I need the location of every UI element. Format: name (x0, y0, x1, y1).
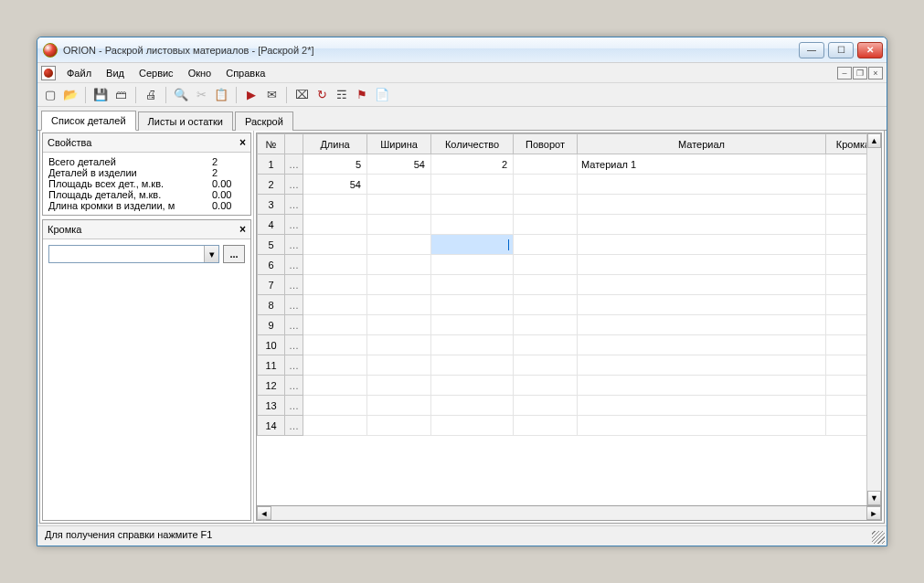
grid-cell[interactable] (514, 255, 578, 275)
grid-cell[interactable]: 5 (303, 154, 367, 175)
maximize-button[interactable]: ☐ (828, 42, 854, 58)
chevron-down-icon[interactable]: ▾ (204, 246, 218, 262)
grid-cell[interactable] (431, 275, 514, 295)
grid-cell[interactable] (367, 215, 431, 235)
grid-cell[interactable] (514, 295, 578, 315)
grid-cell[interactable] (367, 376, 431, 396)
grid-cell[interactable] (303, 396, 367, 416)
grid-cell[interactable] (578, 215, 826, 235)
grid-cell[interactable] (367, 275, 431, 295)
table-row[interactable]: 9… (258, 315, 881, 335)
grid-cell[interactable] (431, 195, 514, 215)
grid-cell[interactable]: 2 (431, 154, 514, 175)
grid-cell[interactable] (367, 335, 431, 355)
mdi-doc-icon[interactable] (41, 66, 56, 80)
edge-combo[interactable]: ▾ (48, 245, 219, 263)
flag-icon[interactable]: ⚑ (355, 88, 369, 102)
find-icon[interactable]: 🔍 (174, 88, 188, 102)
col-material[interactable]: Материал (578, 134, 826, 154)
grid-cell[interactable] (514, 235, 578, 255)
table-row[interactable]: 2…54 (258, 175, 881, 195)
row-header[interactable]: 7 (258, 275, 285, 295)
grid-cell[interactable] (514, 154, 578, 175)
row-header[interactable]: 12 (258, 376, 285, 396)
horizontal-scrollbar[interactable]: ◄ ► (256, 506, 882, 521)
grid-cell[interactable] (367, 195, 431, 215)
row-header[interactable]: 4 (258, 215, 285, 235)
row-header[interactable]: 8 (258, 295, 285, 315)
minimize-button[interactable]: — (799, 42, 824, 58)
save-icon[interactable]: 💾 (93, 88, 108, 102)
row-ellipsis-button[interactable]: … (285, 215, 303, 235)
grid-cell[interactable] (303, 275, 367, 295)
grid-cell[interactable] (431, 215, 514, 235)
grid-cell[interactable] (431, 235, 514, 255)
grid-cell[interactable] (578, 275, 826, 295)
vertical-scrollbar[interactable]: ▲ ▼ (866, 133, 881, 505)
row-ellipsis-button[interactable]: … (285, 295, 303, 315)
grid-cell[interactable] (578, 235, 826, 255)
properties-close-icon[interactable]: × (239, 136, 246, 149)
grid-cell[interactable] (303, 195, 367, 215)
grid-cell[interactable] (303, 376, 367, 396)
delete-icon[interactable]: ⌧ (294, 88, 309, 102)
mdi-close-button[interactable]: × (868, 67, 883, 80)
menu-service[interactable]: Сервис (132, 65, 181, 81)
mail-icon[interactable]: ✉ (264, 88, 279, 102)
table-row[interactable]: 1…5542Материал 1 (258, 154, 881, 175)
row-header[interactable]: 3 (258, 195, 285, 215)
col-length[interactable]: Длина (303, 134, 367, 154)
grid-cell[interactable] (578, 416, 826, 436)
row-header[interactable]: 6 (258, 255, 285, 275)
run-icon[interactable]: ▶ (244, 88, 259, 102)
grid-cell[interactable] (514, 275, 578, 295)
grid-cell[interactable] (514, 215, 578, 235)
grid-cell[interactable] (514, 376, 578, 396)
print-icon[interactable]: 🖨 (143, 88, 158, 102)
scroll-right-icon[interactable]: ► (866, 506, 881, 520)
grid-cell[interactable] (431, 335, 514, 355)
grid-cell[interactable] (431, 416, 514, 436)
table-row[interactable]: 10… (258, 335, 881, 355)
row-ellipsis-button[interactable]: … (285, 154, 303, 175)
col-rotation[interactable]: Поворот (514, 134, 578, 154)
table-row[interactable]: 8… (258, 295, 881, 315)
row-ellipsis-button[interactable]: … (285, 275, 303, 295)
row-header[interactable]: 5 (258, 235, 285, 255)
row-header[interactable]: 10 (258, 335, 285, 355)
grid-cell[interactable] (303, 255, 367, 275)
cut-icon[interactable]: ✂ (194, 88, 208, 102)
row-ellipsis-button[interactable]: … (285, 355, 303, 376)
col-qty[interactable]: Количество (431, 134, 514, 154)
grid-cell[interactable] (303, 335, 367, 355)
menu-view[interactable]: Вид (99, 65, 132, 81)
table-row[interactable]: 12… (258, 376, 881, 396)
grid-cell[interactable] (514, 335, 578, 355)
grid-cell[interactable] (578, 315, 826, 335)
edge-close-icon[interactable]: × (239, 223, 246, 236)
mdi-minimize-button[interactable]: – (837, 67, 852, 80)
resize-grip-icon[interactable] (872, 531, 885, 544)
close-button[interactable]: ✕ (857, 42, 883, 58)
row-ellipsis-button[interactable]: … (285, 255, 303, 275)
grid-cell[interactable] (431, 295, 514, 315)
grid-cell[interactable] (367, 355, 431, 376)
col-number[interactable]: № (258, 134, 285, 154)
row-header[interactable]: 9 (258, 315, 285, 335)
scroll-up-icon[interactable]: ▲ (867, 133, 881, 148)
grid-cell[interactable] (367, 235, 431, 255)
grid-cell[interactable] (367, 255, 431, 275)
grid-cell[interactable] (431, 396, 514, 416)
copy-icon[interactable]: 📋 (214, 88, 228, 102)
row-header[interactable]: 13 (258, 396, 285, 416)
table-row[interactable]: 3… (258, 195, 881, 215)
grid-cell[interactable] (514, 355, 578, 376)
grid-cell[interactable] (578, 355, 826, 376)
grid-cell[interactable] (514, 195, 578, 215)
scroll-left-icon[interactable]: ◄ (257, 506, 271, 520)
grid-cell[interactable] (367, 315, 431, 335)
new-icon[interactable]: ▢ (43, 88, 58, 102)
grid-cell[interactable] (578, 195, 826, 215)
titlebar[interactable]: ORION - Раскрой листовых материалов - [Р… (37, 37, 887, 63)
grid-cell[interactable] (514, 175, 578, 195)
